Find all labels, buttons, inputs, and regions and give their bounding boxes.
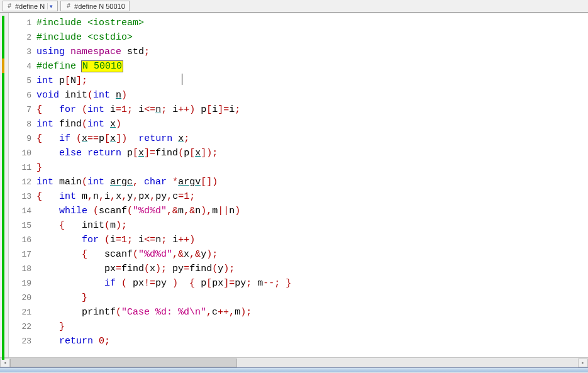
line-number: 6: [9, 88, 36, 103]
token: ++,: [218, 307, 235, 318]
code-content[interactable]: void init(int n): [36, 88, 588, 103]
code-line[interactable]: 5int p[N];: [9, 74, 588, 88]
code-content[interactable]: return 0;: [36, 334, 588, 348]
token: [36, 148, 59, 159]
code-line[interactable]: 15 { init(m);: [9, 218, 588, 233]
code-line[interactable]: 18 px=find(x); py=find(y);: [9, 262, 588, 276]
code-line[interactable]: 12int main(int argc, char *argv[]): [9, 175, 588, 189]
token: N: [70, 75, 76, 86]
token: x: [110, 119, 116, 130]
line-number: 14: [9, 204, 36, 218]
code-line[interactable]: 16 for (i=1; i<=n; i++): [9, 233, 588, 247]
token: ,: [87, 191, 93, 202]
code-content[interactable]: int find(int x): [36, 117, 588, 131]
code-area[interactable]: 1#include <iostream>2#include <cstdio>3u…: [9, 13, 588, 357]
token: ,&: [184, 206, 195, 216]
code-line[interactable]: 14 while (scanf("%d%d",&m,&n),m||n): [9, 204, 588, 218]
code-line[interactable]: 3using namespace std;: [9, 45, 588, 59]
tab-active[interactable]: # #define N ▾: [3, 1, 58, 11]
token: py: [172, 264, 184, 274]
code-line[interactable]: 2#include <cstdio>: [9, 30, 588, 45]
token: c: [212, 307, 218, 318]
token: ,: [206, 307, 212, 318]
code-line[interactable]: 17 { scanf("%d%d",&x,&y);: [9, 247, 588, 262]
text-cursor: [182, 74, 182, 85]
token: ,&: [172, 249, 184, 260]
code-content[interactable]: for (i=1; i<=n; i++): [36, 233, 588, 247]
code-content[interactable]: }: [36, 291, 588, 305]
code-content[interactable]: }: [36, 320, 588, 334]
chevron-down-icon[interactable]: ▾: [47, 3, 56, 9]
code-content[interactable]: { if (x==p[x]) return x;: [36, 131, 588, 146]
tab-secondary[interactable]: # #define N 50010: [60, 1, 130, 11]
token: ),: [201, 206, 212, 216]
code-content[interactable]: { scanf("%d%d",&x,&y);: [36, 247, 588, 262]
code-content[interactable]: px=find(x); py=find(y);: [36, 262, 588, 276]
token: py: [155, 278, 167, 289]
code-line[interactable]: 6void init(int n): [9, 88, 588, 103]
code-content[interactable]: int main(int argc, char *argv[]): [36, 175, 588, 189]
token: [36, 336, 59, 347]
code-line[interactable]: 23 return 0;: [9, 334, 588, 348]
code-line[interactable]: 19 if ( px!=py ) { p[px]=py; m--; }: [9, 276, 588, 291]
code-line[interactable]: 10 else return p[x]=find(p[x]);: [9, 146, 588, 160]
token: ];: [76, 75, 87, 86]
token: std: [127, 47, 144, 57]
token: init: [82, 220, 104, 231]
code-line[interactable]: 4#define N 50010: [9, 59, 588, 74]
token: ,: [167, 191, 172, 202]
code-content[interactable]: else return p[x]=find(p[x]);: [36, 146, 588, 160]
scroll-thumb[interactable]: [10, 359, 237, 367]
token: [: [206, 278, 212, 289]
token: py: [235, 278, 246, 289]
code-content[interactable]: using namespace std;: [36, 45, 588, 59]
hash-icon: #: [65, 3, 72, 10]
token: ;: [184, 133, 189, 144]
code-content[interactable]: #include <cstdio>: [36, 30, 588, 45]
code-line[interactable]: 7{ for (int i=1; i<=n; i++) p[i]=i;: [9, 103, 588, 117]
token: py: [155, 191, 167, 202]
line-number: 1: [9, 16, 36, 30]
code-content[interactable]: printf("Case %d: %d\n",c++,m);: [36, 305, 588, 320]
token: ]=: [218, 104, 229, 115]
code-content[interactable]: while (scanf("%d%d",&m,&n),m||n): [36, 204, 588, 218]
token: [: [206, 104, 212, 115]
token: int: [36, 119, 59, 130]
scroll-track[interactable]: [10, 359, 578, 367]
token: [: [189, 148, 195, 159]
token: ]=: [223, 278, 235, 289]
token: (: [87, 90, 93, 101]
code-content[interactable]: #define N 50010: [36, 59, 588, 74]
code-content[interactable]: { int m,n,i,x,y,px,py,c=1;: [36, 189, 588, 204]
line-number: 21: [9, 305, 36, 320]
code-content[interactable]: #include <iostream>: [36, 16, 588, 30]
code-content[interactable]: { for (int i=1; i<=n; i++) p[i]=i;: [36, 103, 588, 117]
token: (: [178, 148, 184, 159]
token: (: [212, 264, 218, 274]
token: find: [121, 264, 144, 274]
code-line[interactable]: 21 printf("Case %d: %d\n",c++,m);: [9, 305, 588, 320]
code-content[interactable]: }: [36, 160, 588, 175]
code-line[interactable]: 8int find(int x): [9, 117, 588, 131]
code-line[interactable]: 1#include <iostream>: [9, 16, 588, 30]
code-line[interactable]: 11}: [9, 160, 588, 175]
horizontal-scrollbar[interactable]: ◂ ▸: [0, 357, 588, 367]
token: <iostream>: [87, 18, 144, 28]
token: using: [36, 47, 70, 57]
token: i: [138, 235, 144, 245]
code-line[interactable]: 22 }: [9, 320, 588, 334]
code-line[interactable]: 13{ int m,n,i,x,y,px,py,c=1;: [9, 189, 588, 204]
token: ,: [99, 191, 104, 202]
code-content[interactable]: { init(m);: [36, 218, 588, 233]
scroll-right-button[interactable]: ▸: [578, 359, 588, 367]
line-number: 10: [9, 146, 36, 160]
code-content[interactable]: if ( px!=py ) { p[px]=py; m--; }: [36, 276, 588, 291]
code-line[interactable]: 20 }: [9, 291, 588, 305]
token: x: [110, 133, 116, 144]
token: else return: [59, 148, 127, 159]
code-content[interactable]: int p[N];: [36, 74, 588, 88]
token: i: [138, 104, 144, 115]
token: "%d%d": [133, 206, 167, 216]
code-line[interactable]: 9{ if (x==p[x]) return x;: [9, 131, 588, 146]
token: }: [36, 321, 65, 332]
